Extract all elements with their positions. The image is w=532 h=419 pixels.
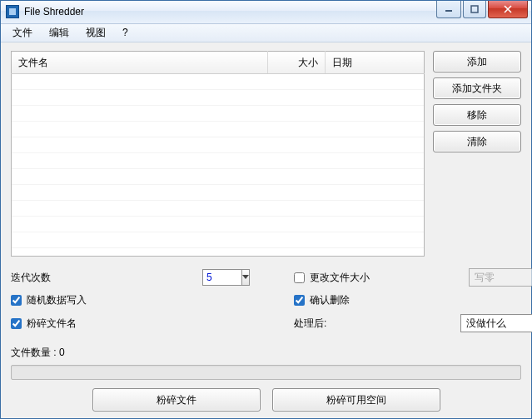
shred-filename-checkbox[interactable] xyxy=(11,318,22,329)
shred-files-button[interactable]: 粉碎文件 xyxy=(92,388,261,412)
app-window: File Shredder 文件 编辑 视图 ? 文件名 xyxy=(0,0,532,419)
after-action-select[interactable]: 没做什么 xyxy=(460,314,532,332)
after-label: 处理后: xyxy=(294,317,460,331)
add-folder-button[interactable]: 添加文件夹 xyxy=(433,77,521,99)
iterations-label: 迭代次数 xyxy=(11,271,202,285)
menu-view[interactable]: 视图 xyxy=(77,24,114,42)
change-filesize-label: 更改文件大小 xyxy=(310,271,370,285)
add-button[interactable]: 添加 xyxy=(433,51,521,72)
remove-button[interactable]: 移除 xyxy=(433,104,521,126)
clear-button[interactable]: 清除 xyxy=(433,131,521,152)
column-name[interactable]: 文件名 xyxy=(12,52,268,74)
random-write-check[interactable]: 随机数据写入 xyxy=(11,293,294,307)
minimize-icon xyxy=(445,5,453,13)
svg-rect-0 xyxy=(445,10,452,12)
shred-freespace-button[interactable]: 粉碎可用空间 xyxy=(272,388,440,412)
confirm-delete-checkbox[interactable] xyxy=(294,295,305,306)
svg-rect-1 xyxy=(471,6,478,12)
shred-filename-label: 粉碎文件名 xyxy=(27,317,77,331)
options-area: 迭代次数 更改文件大小 写零 随机数据写入 xyxy=(11,268,521,332)
iterations-spinner[interactable] xyxy=(202,269,249,286)
random-write-checkbox[interactable] xyxy=(11,295,22,306)
shred-filename-check[interactable]: 粉碎文件名 xyxy=(11,317,294,331)
menu-help[interactable]: ? xyxy=(114,25,137,40)
confirm-delete-label: 确认删除 xyxy=(310,293,350,307)
side-buttons: 添加 添加文件夹 移除 清除 xyxy=(433,51,521,257)
close-icon xyxy=(504,5,512,13)
file-count-label: 文件数量 : 0 xyxy=(11,346,521,360)
wipe-method-select: 写零 xyxy=(469,268,532,287)
title-bar: File Shredder xyxy=(1,1,531,24)
column-size[interactable]: 大小 xyxy=(267,52,325,74)
file-list-container: 文件名 大小 日期 xyxy=(11,51,425,257)
menu-file[interactable]: 文件 xyxy=(4,24,41,42)
window-title: File Shredder xyxy=(24,6,435,17)
minimize-button[interactable] xyxy=(436,1,461,18)
confirm-delete-check[interactable]: 确认删除 xyxy=(294,293,460,307)
window-controls xyxy=(435,1,528,17)
column-date[interactable]: 日期 xyxy=(325,52,424,74)
chevron-down-icon xyxy=(242,275,249,280)
menu-bar: 文件 编辑 视图 ? xyxy=(1,24,531,42)
maximize-icon xyxy=(470,5,479,13)
change-filesize-checkbox[interactable] xyxy=(294,272,305,283)
iterations-dropdown-button[interactable] xyxy=(241,269,250,286)
progress-bar xyxy=(11,365,521,380)
svg-marker-4 xyxy=(242,275,249,279)
change-filesize-check[interactable]: 更改文件大小 xyxy=(294,271,460,285)
app-icon xyxy=(6,5,19,18)
top-row: 文件名 大小 日期 添加 添加文件夹 移除 清除 xyxy=(11,51,521,257)
maximize-button[interactable] xyxy=(463,1,486,18)
close-button[interactable] xyxy=(488,1,528,18)
iterations-input[interactable] xyxy=(202,269,241,286)
menu-edit[interactable]: 编辑 xyxy=(41,24,77,42)
file-list-header: 文件名 大小 日期 xyxy=(11,51,425,74)
file-list-body[interactable] xyxy=(11,74,425,257)
random-write-label: 随机数据写入 xyxy=(27,293,87,307)
bottom-buttons: 粉碎文件 粉碎可用空间 xyxy=(11,388,521,412)
client-area: 文件名 大小 日期 添加 添加文件夹 移除 清除 迭代次 xyxy=(1,42,531,418)
